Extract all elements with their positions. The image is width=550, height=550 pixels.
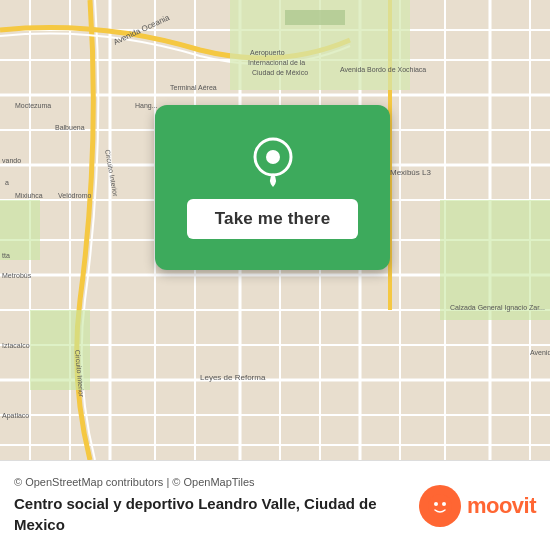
svg-text:Hang...: Hang...	[135, 102, 158, 110]
bottom-left-content: © OpenStreetMap contributors | © OpenMap…	[14, 476, 419, 535]
svg-text:a: a	[5, 179, 9, 186]
copyright-text: © OpenStreetMap contributors | © OpenMap…	[14, 476, 419, 488]
location-title: Centro social y deportivo Leandro Valle,…	[14, 494, 419, 535]
svg-text:vando: vando	[2, 157, 21, 164]
svg-text:Terminal Aérea: Terminal Aérea	[170, 84, 217, 91]
svg-rect-29	[285, 10, 345, 25]
svg-point-61	[434, 502, 438, 506]
svg-text:Calzada General Ignacio Zar...: Calzada General Ignacio Zar...	[450, 304, 545, 312]
svg-text:Metrobús: Metrobús	[2, 272, 32, 279]
svg-text:Ciudad de México: Ciudad de México	[252, 69, 308, 76]
svg-text:Moctezuma: Moctezuma	[15, 102, 51, 109]
location-card: Take me there	[155, 105, 390, 270]
moovit-face-icon	[427, 493, 453, 519]
svg-text:Internacional de la: Internacional de la	[248, 59, 305, 66]
map-container: Avenida Oceania Avenida Bordo de Xochiac…	[0, 0, 550, 460]
svg-text:Avenida Bordo de Xochiaca: Avenida Bordo de Xochiaca	[340, 66, 426, 73]
svg-rect-30	[440, 200, 550, 320]
moovit-icon	[419, 485, 461, 527]
svg-text:Mixiuhca: Mixiuhca	[15, 192, 43, 199]
svg-text:Iztacalco: Iztacalco	[2, 342, 30, 349]
svg-text:Leyes de Reforma: Leyes de Reforma	[200, 373, 266, 382]
svg-text:Velódromo: Velódromo	[58, 192, 92, 199]
svg-text:Mexibús L3: Mexibús L3	[390, 168, 431, 177]
map-pin-icon	[247, 137, 299, 189]
svg-text:Avenid: Avenid	[530, 349, 550, 356]
svg-point-59	[266, 150, 280, 164]
svg-point-60	[428, 494, 452, 518]
svg-text:Balbuena: Balbuena	[55, 124, 85, 131]
svg-text:tta: tta	[2, 252, 10, 259]
bottom-info-bar: © OpenStreetMap contributors | © OpenMap…	[0, 460, 550, 550]
svg-point-62	[442, 502, 446, 506]
take-me-there-button[interactable]: Take me there	[187, 199, 359, 239]
moovit-brand-text: moovit	[467, 493, 536, 519]
moovit-logo: moovit	[419, 485, 536, 527]
svg-text:Apatlaco: Apatlaco	[2, 412, 29, 420]
svg-text:Aeropuerto: Aeropuerto	[250, 49, 285, 57]
svg-rect-31	[0, 200, 40, 260]
